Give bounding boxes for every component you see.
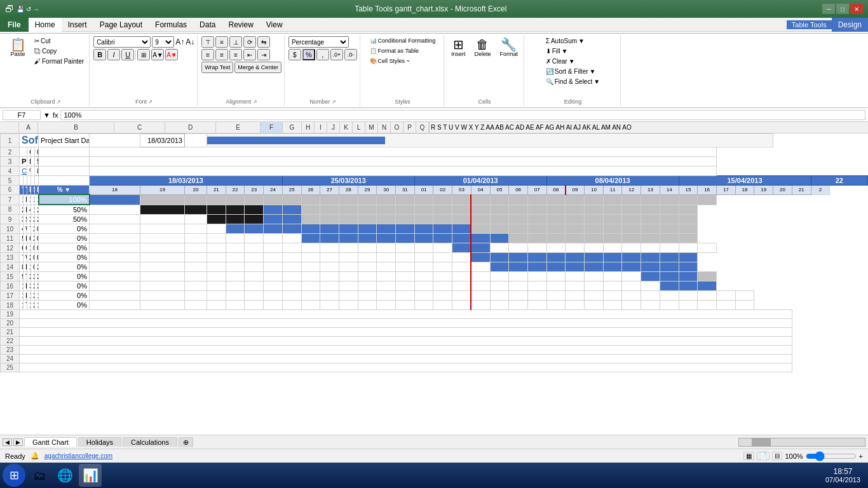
- cell-A4[interactable]: Computergaga: [20, 166, 27, 176]
- align-center-button[interactable]: ≡: [215, 49, 228, 60]
- increase-font-icon[interactable]: A↑: [175, 37, 184, 46]
- task-name-3[interactable]: Spend time with users: [24, 215, 27, 224]
- number-format-select[interactable]: Percentage: [288, 36, 349, 48]
- formulas-menu[interactable]: Formulas: [149, 18, 193, 32]
- task-dur-7[interactable]: 20 days: [27, 253, 31, 262]
- start-button[interactable]: ⊞: [3, 464, 25, 487]
- cell-styles-button[interactable]: 🎨 Cell Styles ~: [367, 57, 412, 65]
- font-size-select[interactable]: 9: [152, 36, 174, 48]
- col-start-date[interactable]: Start Date ▼: [31, 186, 35, 195]
- task-finish-6[interactable]: 04/04/2013: [35, 243, 39, 253]
- scroll-right-button[interactable]: ▶: [13, 438, 23, 446]
- zoom-plus-button[interactable]: +: [859, 452, 863, 460]
- task-name-1[interactable]: Meet with client: [24, 194, 27, 205]
- normal-view-button[interactable]: ▦: [743, 452, 754, 460]
- scrollbar-thumb[interactable]: [752, 438, 771, 446]
- task-id-12[interactable]: 12: [20, 301, 24, 310]
- underline-button[interactable]: U: [121, 49, 134, 60]
- sort-filter-button[interactable]: 🔃 Sort & Filter ▼: [543, 67, 599, 76]
- task-name-10[interactable]: Fix bugs: [24, 281, 27, 291]
- wrap-text-button[interactable]: Wrap Text: [201, 62, 233, 73]
- task-start-9[interactable]: 22/04/2013: [31, 272, 35, 281]
- task-pct-10[interactable]: 0%: [39, 281, 90, 291]
- task-name-9[interactable]: Test application: [24, 272, 27, 281]
- cell-E1[interactable]: 18/03/2013: [140, 134, 185, 147]
- comma-button[interactable]: ,: [316, 49, 329, 60]
- align-middle-button[interactable]: ≡: [215, 36, 228, 48]
- col-task-name[interactable]: Task Name ▼: [24, 186, 27, 195]
- text-angle-button[interactable]: ⟳: [243, 36, 256, 48]
- task-id-8[interactable]: 8: [20, 262, 24, 272]
- fill-button[interactable]: ⬇ Fill ▼: [543, 46, 571, 56]
- insert-button[interactable]: ⊞ Insert: [448, 36, 469, 59]
- task-name-12[interactable]: Train users: [24, 301, 27, 310]
- task-finish-12[interactable]: 14/05/2013: [35, 301, 39, 310]
- task-finish-2[interactable]: 25/03/2013: [35, 205, 39, 215]
- cell-C3[interactable]: Project Duration: [27, 157, 31, 166]
- merge-center-button[interactable]: Merge & Center: [234, 62, 281, 73]
- taskbar-files-button[interactable]: 🗂: [28, 464, 51, 487]
- task-id-10[interactable]: 10: [20, 281, 24, 291]
- cell-E4[interactable]: 8%: [35, 166, 39, 176]
- task-dur-9[interactable]: 2 days: [27, 272, 31, 281]
- task-finish-5[interactable]: 05/04/2013: [35, 234, 39, 243]
- data-menu[interactable]: Data: [193, 18, 222, 32]
- task-id-2[interactable]: 2: [20, 205, 24, 215]
- page-layout-view-button[interactable]: 📄: [757, 452, 770, 460]
- find-select-button[interactable]: 🔍 Find & Select ▼: [543, 77, 602, 86]
- task-id-3[interactable]: 3: [20, 215, 24, 224]
- task-finish-4[interactable]: 04/04/2013: [35, 224, 39, 234]
- delete-button[interactable]: 🗑 Delete: [471, 36, 494, 59]
- task-name-4[interactable]: Write functional specifications: [24, 224, 27, 234]
- task-name-7[interactable]: Write manual: [24, 253, 27, 262]
- cell-F3[interactable]: [39, 157, 90, 166]
- col-finish-date[interactable]: Finish Date ▼: [35, 186, 39, 195]
- review-menu[interactable]: Review: [222, 18, 259, 32]
- text-direction-button[interactable]: ⇆: [257, 36, 270, 48]
- task-pct-8[interactable]: 0%: [39, 262, 90, 272]
- file-menu[interactable]: File: [0, 18, 29, 32]
- tab-add[interactable]: ⊕: [179, 437, 193, 447]
- task-id-5[interactable]: 5: [20, 234, 24, 243]
- align-top-button[interactable]: ⊤: [201, 36, 214, 48]
- format-button[interactable]: 🔧 Format: [496, 36, 521, 59]
- task-dur-12[interactable]: 10 days: [27, 301, 31, 310]
- task-dur-3[interactable]: 3 days: [27, 215, 31, 224]
- align-left-button[interactable]: ≡: [201, 49, 214, 60]
- increase-decimal-button[interactable]: .0+: [330, 49, 343, 60]
- cell-E3[interactable]: 57 days: [35, 157, 39, 166]
- cell-A1[interactable]: Software Development: [20, 134, 39, 147]
- task-start-11[interactable]: 29/04/2013: [31, 291, 35, 301]
- format-table-button[interactable]: 📋 Format as Table: [367, 46, 421, 55]
- task-pct-5[interactable]: 0%: [39, 234, 90, 243]
- insert-menu[interactable]: Insert: [62, 18, 93, 32]
- sheet-scroll[interactable]: 1 Software Development Project Start Dat…: [0, 133, 868, 435]
- task-finish-10[interactable]: 29/04/2013: [35, 281, 39, 291]
- cell-C2[interactable]: Current Date: [27, 147, 31, 157]
- task-dur-2[interactable]: 4 days: [27, 205, 31, 215]
- task-dur-1[interactable]: 1 days: [27, 194, 31, 205]
- col-percent[interactable]: % ▼: [39, 186, 90, 195]
- border-button[interactable]: ⊞: [137, 49, 150, 60]
- taskbar-excel-button[interactable]: 📊: [79, 464, 102, 487]
- tab-calculations[interactable]: Calculations: [123, 437, 177, 447]
- task-finish-11[interactable]: 14/05/2013: [35, 291, 39, 301]
- format-painter-button[interactable]: 🖌 Format Painter: [32, 57, 86, 66]
- decrease-decimal-button[interactable]: .0-: [344, 49, 357, 60]
- page-break-view-button[interactable]: ⊟: [772, 452, 782, 460]
- task-pct-3[interactable]: 50%: [39, 215, 90, 224]
- task-pct-7[interactable]: 0%: [39, 253, 90, 262]
- task-pct-2[interactable]: 50%: [39, 205, 90, 215]
- cell-A3[interactable]: Produced by: [20, 157, 27, 166]
- task-finish-8[interactable]: 22/04/2013: [35, 262, 39, 272]
- task-start-12[interactable]: 29/04/2013: [31, 301, 35, 310]
- autosum-button[interactable]: Σ AutoSum ▼: [543, 36, 587, 46]
- task-finish-7[interactable]: 02/05/2013: [35, 253, 39, 262]
- decrease-font-icon[interactable]: A↓: [186, 37, 194, 46]
- task-id-11[interactable]: 11: [20, 291, 24, 301]
- task-pct-12[interactable]: 0%: [39, 301, 90, 310]
- empty-21[interactable]: [20, 328, 792, 337]
- empty-20[interactable]: [20, 319, 792, 328]
- task-id-1[interactable]: 1: [20, 194, 24, 205]
- cell-A2[interactable]: [20, 147, 27, 157]
